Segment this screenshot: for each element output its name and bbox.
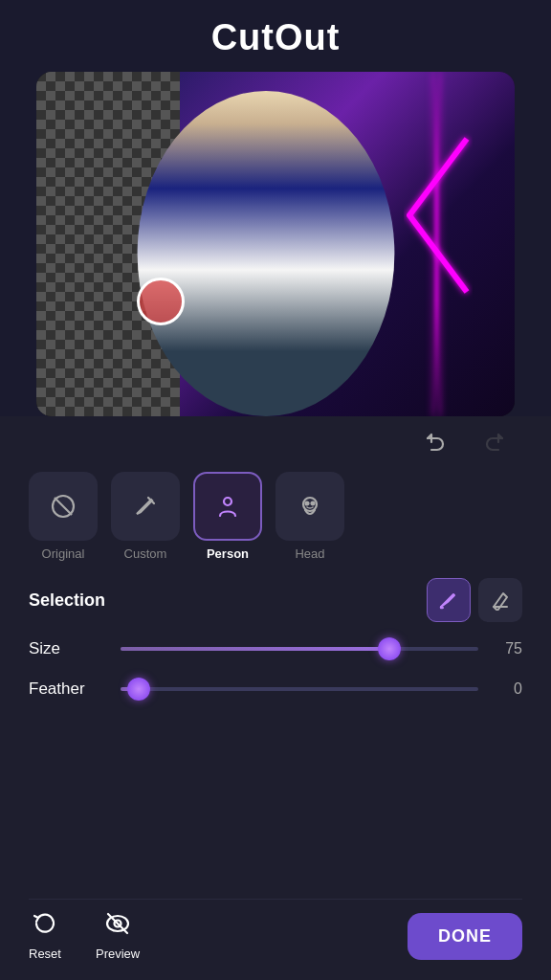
bottom-bar: Reset Preview DONE (29, 899, 522, 980)
reset-icon (33, 911, 57, 942)
svg-point-5 (306, 502, 309, 505)
tool-original-label: Original (42, 546, 85, 561)
tool-head-icon-box (276, 472, 344, 541)
bottom-panel: Original Custom Person (0, 416, 551, 980)
neon-vertical-line (435, 72, 438, 416)
selection-buttons (427, 578, 522, 622)
done-button[interactable]: DONE (408, 913, 522, 960)
size-slider-value: 75 (494, 640, 522, 657)
feather-slider-thumb[interactable] (127, 678, 150, 701)
feather-slider-row: Feather 0 (29, 679, 522, 699)
neon-decoration (390, 129, 486, 301)
eraser-button[interactable] (478, 578, 522, 622)
tool-selector: Original Custom Person (29, 472, 522, 561)
preview-action[interactable]: Preview (96, 911, 140, 961)
tool-person[interactable]: Person (193, 472, 262, 561)
brush-cursor (137, 278, 185, 325)
bottom-actions: Reset Preview (29, 911, 408, 961)
preview-label: Preview (96, 947, 140, 961)
svg-line-1 (55, 498, 72, 515)
svg-point-6 (312, 502, 315, 505)
undo-redo-row (29, 416, 522, 472)
tool-head-label: Head (295, 546, 324, 561)
selection-label: Selection (29, 590, 105, 611)
size-slider-fill (121, 647, 389, 651)
tool-custom[interactable]: Custom (111, 472, 180, 561)
undo-button[interactable] (417, 428, 455, 464)
tool-custom-icon-box (111, 472, 180, 541)
size-slider-thumb[interactable] (378, 637, 401, 660)
reset-label: Reset (29, 947, 61, 961)
tool-head[interactable]: Head (276, 472, 344, 561)
tool-person-icon-box (193, 472, 262, 541)
brush-button[interactable] (427, 578, 471, 622)
tool-custom-label: Custom (124, 546, 167, 561)
preview-icon (105, 911, 130, 942)
tool-original[interactable]: Original (29, 472, 98, 561)
size-slider-row: Size 75 (29, 639, 522, 658)
redo-button[interactable] (474, 428, 513, 464)
app-title: CutOut (0, 0, 551, 72)
feather-slider-value: 0 (494, 680, 522, 698)
size-label: Size (29, 639, 105, 658)
selection-row: Selection (29, 578, 522, 622)
size-slider-track[interactable] (121, 647, 478, 651)
feather-label: Feather (29, 679, 105, 699)
svg-point-3 (224, 498, 231, 505)
feather-slider-track[interactable] (121, 687, 478, 691)
reset-action[interactable]: Reset (29, 911, 61, 961)
image-canvas[interactable] (36, 72, 515, 416)
tool-person-label: Person (207, 546, 249, 561)
tool-original-icon-box (29, 472, 98, 541)
